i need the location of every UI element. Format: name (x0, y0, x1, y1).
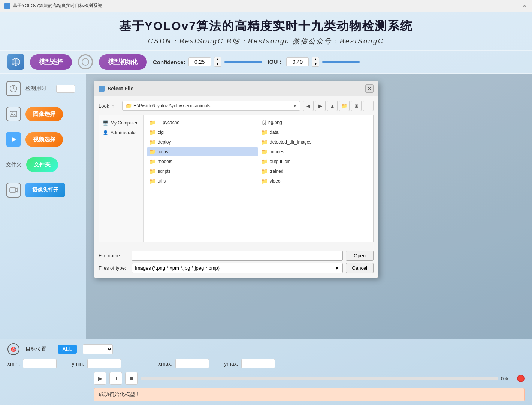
minimize-button[interactable]: ─ (504, 3, 510, 9)
cancel-button[interactable]: Cancel (346, 263, 374, 273)
file-item-pycache[interactable]: 📁 __pycache__ (147, 118, 258, 127)
camera-item: 摄像头打开 (6, 183, 80, 198)
confidence-spinner[interactable]: ▲ ▼ (214, 57, 221, 67)
view-icons-button[interactable]: ⊞ (351, 100, 362, 111)
place-my-computer[interactable]: 🖥️ My Computer (99, 118, 143, 128)
folder-button[interactable]: 文件夹 (26, 158, 58, 172)
model-select-button[interactable]: 模型选择 (30, 54, 72, 70)
folder-icon: 📁 (149, 129, 155, 135)
ymax-input[interactable] (241, 359, 275, 368)
filetype-arrow-icon: ▼ (335, 265, 339, 271)
folder-item: 文件夹 文件夹 (6, 158, 80, 172)
pause-button[interactable]: ⏸ (109, 372, 122, 385)
file-name: detected_dir_images (270, 140, 311, 145)
file-item-deploy[interactable]: 📁 deploy (147, 138, 258, 147)
path-dropdown[interactable]: 📁 E:\Pyside6_yolov7\yolov7-zoo-animals ▼ (122, 101, 300, 111)
file-name: models (158, 159, 172, 164)
file-item-utils[interactable]: 📁 utils (147, 177, 258, 186)
filetype-row: Files of type: Images (*.png *.xpm *.jpg… (99, 263, 374, 273)
file-item-scripts[interactable]: 📁 scripts (147, 167, 258, 176)
dialog-title-bar: Select File ✕ (94, 81, 378, 96)
nav-back-button[interactable]: ◀ (303, 100, 314, 111)
file-item-output-dir[interactable]: 📁 output_dir (259, 157, 370, 166)
iou-spinner[interactable]: ▲ ▼ (312, 57, 319, 67)
model-init-button[interactable]: 模型初始化 (99, 54, 147, 70)
camera-button[interactable]: 摄像头打开 (25, 183, 65, 197)
image-file-icon: 🖼 (261, 120, 266, 126)
iou-up[interactable]: ▲ (312, 57, 319, 62)
folder-icon: 📁 (149, 159, 155, 165)
path-arrow-icon: ▼ (293, 104, 297, 108)
target-label: 目标位置： (25, 346, 52, 352)
dialog-bottom: File name: Open Files of type: Images (*… (94, 250, 378, 278)
file-item-models[interactable]: 📁 models (147, 157, 258, 166)
confidence-up[interactable]: ▲ (214, 57, 221, 62)
filename-row: File name: Open (99, 250, 374, 261)
view-list-button[interactable]: ≡ (363, 100, 374, 111)
file-item-images[interactable]: 📁 images (259, 147, 370, 156)
main-content: 检测用时： 图像选择 (0, 74, 532, 339)
confidence-down[interactable]: ▼ (214, 62, 221, 66)
file-name: icons (158, 149, 168, 154)
iou-input[interactable] (286, 57, 309, 66)
image-select-button[interactable]: 图像选择 (25, 107, 63, 122)
title-bar-controls: ─ □ ✕ (504, 3, 528, 9)
svg-rect-10 (10, 188, 16, 192)
title-bar-left: 基于YOLOv7算法的高精度实时目标检测系统 (4, 3, 102, 9)
xmin-input[interactable] (23, 359, 57, 368)
app-subtitle: CSDN：BestSongC B站：Bestsongc 微信公众号：BestSo… (7, 37, 525, 46)
iou-down[interactable]: ▼ (312, 62, 319, 66)
all-badge-button[interactable]: ALL (58, 345, 77, 354)
video-select-button[interactable]: 视频选择 (25, 132, 63, 147)
file-name: images (270, 149, 284, 154)
folder-icon: 📁 (261, 178, 267, 184)
place-my-computer-label: My Computer (111, 120, 137, 126)
ymin-group: ymin: (72, 359, 121, 368)
xmax-group: xmax: (158, 359, 209, 368)
toolbar: 模型选择 模型初始化 Confidence: ▲ ▼ IOU： ▲ ▼ (0, 50, 532, 74)
title-bar: 基于YOLOv7算法的高精度实时目标检测系统 ─ □ ✕ (0, 0, 532, 12)
xmax-input[interactable] (175, 359, 209, 368)
filetype-dropdown[interactable]: Images (*.png *.xpm *.jpg *.jpeg *.bmp) … (132, 263, 343, 273)
iou-slider[interactable] (322, 61, 360, 63)
file-name: output_dir (270, 159, 290, 164)
nav-up-button[interactable]: ▲ (327, 100, 338, 111)
target-dropdown[interactable] (83, 344, 113, 354)
user-icon: 👤 (103, 130, 108, 135)
filetype-value: Images (*.png *.xpm *.jpg *.jpeg *.bmp) (135, 265, 220, 271)
close-button[interactable]: ✕ (522, 3, 528, 9)
svg-point-8 (12, 112, 13, 114)
file-item-icons[interactable]: 📁 icons (147, 147, 258, 156)
record-button[interactable] (517, 375, 525, 382)
detect-time-item: 检测用时： (6, 81, 80, 96)
file-item-bgpng[interactable]: 🖼 bg.png (259, 118, 370, 127)
detect-time-input[interactable] (56, 85, 75, 93)
progress-bar-container (141, 377, 498, 380)
dialog-icon (99, 86, 105, 92)
maximize-button[interactable]: □ (513, 3, 519, 9)
nav-new-folder-button[interactable]: 📁 (339, 100, 350, 111)
select-file-dialog: Select File ✕ Look in: 📁 E:\Pyside6_yolo… (94, 81, 378, 278)
dialog-title-left: Select File (99, 86, 133, 92)
filename-input[interactable] (132, 250, 343, 261)
ymin-input[interactable] (87, 359, 121, 368)
file-item-data[interactable]: 📁 data (259, 128, 370, 137)
file-name: deploy (158, 140, 171, 145)
dialog-close-button[interactable]: ✕ (365, 84, 374, 93)
folder-icon: 📁 (149, 168, 155, 174)
file-item-detected-dir-images[interactable]: 📁 detected_dir_images (259, 138, 370, 147)
confidence-slider[interactable] (224, 61, 262, 63)
folder-icon: 📁 (149, 149, 155, 155)
place-administrator[interactable]: 👤 Administrator (99, 128, 143, 138)
file-item-cfg[interactable]: 📁 cfg (147, 128, 258, 137)
confidence-label: Confidence: (153, 59, 185, 65)
file-name: __pycache__ (158, 120, 184, 125)
stop-button[interactable]: ⏹ (125, 372, 138, 385)
nav-forward-button[interactable]: ▶ (315, 100, 326, 111)
open-button[interactable]: Open (346, 250, 374, 261)
file-item-video[interactable]: 📁 video (259, 177, 370, 186)
play-button[interactable]: ▶ (94, 372, 106, 385)
iou-group: IOU： ▲ ▼ (268, 57, 360, 67)
confidence-input[interactable] (188, 57, 211, 66)
file-item-trained[interactable]: 📁 trained (259, 167, 370, 176)
